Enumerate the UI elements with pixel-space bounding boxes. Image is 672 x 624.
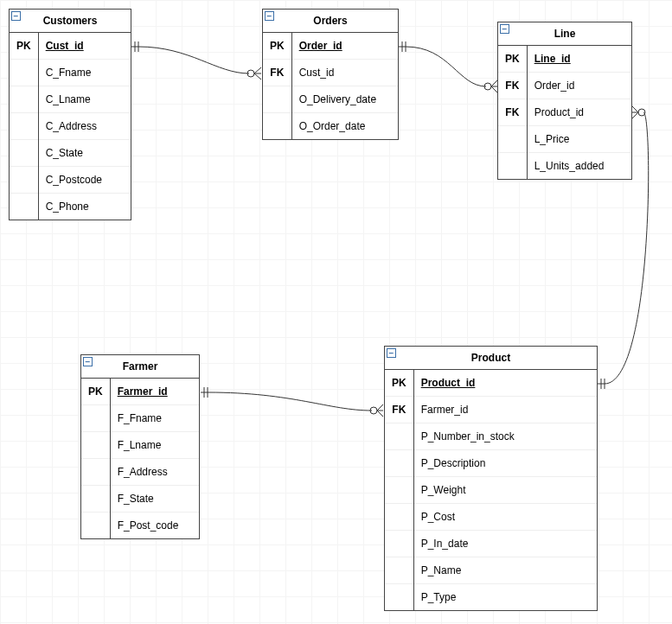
key-label [10, 86, 38, 113]
svg-line-14 [632, 112, 638, 118]
key-label [10, 167, 38, 194]
collapse-icon[interactable]: − [83, 357, 93, 366]
key-label [385, 531, 413, 557]
field: P_Description [414, 450, 597, 477]
entity-orders[interactable]: − Orders PK FK Order_id Cust_id O_Delive… [262, 9, 399, 140]
key-label [10, 113, 38, 140]
key-label [385, 423, 413, 450]
field: P_Number_in_stock [414, 423, 597, 450]
key-label [385, 557, 413, 584]
field: Product_id [528, 99, 631, 126]
svg-point-2 [247, 70, 254, 77]
key-label [385, 450, 413, 477]
key-label [10, 194, 38, 220]
field: O_Order_date [292, 113, 398, 139]
field-pk: Line_id [528, 46, 631, 73]
key-label: FK [498, 99, 527, 126]
field: F_Fname [111, 405, 199, 432]
field: F_State [111, 486, 199, 513]
svg-point-17 [370, 407, 377, 414]
key-label [385, 584, 413, 610]
key-label: PK [81, 379, 110, 405]
field: P_Weight [414, 477, 597, 504]
field: C_Phone [39, 194, 131, 220]
key-label [263, 86, 291, 113]
entity-title-text: Product [471, 352, 510, 364]
field: Order_id [528, 73, 631, 99]
field: F_Address [111, 459, 199, 486]
key-label: PK [263, 33, 291, 60]
entity-title-text: Line [554, 28, 576, 40]
field-pk: Product_id [414, 370, 597, 397]
collapse-icon[interactable]: − [265, 11, 274, 21]
field: C_Lname [39, 86, 131, 113]
entity-customers[interactable]: − Customers PK Cust_id C_Fname C_Lname C… [9, 9, 131, 220]
entity-title: − Farmer [81, 355, 199, 379]
key-label [81, 432, 110, 459]
entity-title-text: Orders [313, 15, 347, 27]
key-label [10, 140, 38, 167]
entity-title: − Orders [263, 10, 398, 33]
field: F_Post_code [111, 513, 199, 538]
field: F_Lname [111, 432, 199, 459]
svg-line-19 [377, 411, 383, 417]
entity-title: − Customers [10, 10, 131, 33]
svg-point-12 [638, 109, 645, 116]
key-label [263, 113, 291, 139]
field: P_Name [414, 557, 597, 584]
entity-product[interactable]: − Product PK FK Product_id Farmer_id P_N… [384, 346, 598, 611]
collapse-icon[interactable]: − [387, 348, 396, 358]
key-label: PK [385, 370, 413, 397]
svg-line-3 [254, 67, 261, 73]
key-label: PK [10, 33, 38, 60]
field-pk: Order_id [292, 33, 398, 60]
field: O_Delivery_date [292, 86, 398, 113]
key-label: FK [498, 73, 527, 99]
svg-point-7 [484, 83, 491, 90]
svg-line-9 [491, 86, 497, 92]
field: L_Price [528, 126, 631, 153]
key-label [81, 486, 110, 513]
field-pk: Cust_id [39, 33, 131, 60]
entity-farmer[interactable]: − Farmer PK Farmer_id F_Fname F_Lname F_… [80, 354, 200, 539]
entity-title: − Product [385, 347, 597, 370]
collapse-icon[interactable]: − [500, 24, 509, 34]
svg-line-18 [377, 404, 383, 411]
entity-title-text: Farmer [123, 360, 158, 372]
key-label [81, 459, 110, 486]
key-label [10, 60, 38, 86]
field: C_State [39, 140, 131, 167]
key-label [385, 504, 413, 531]
key-label: PK [498, 46, 527, 73]
field: C_Fname [39, 60, 131, 86]
entity-title: − Line [498, 22, 631, 46]
field-pk: Farmer_id [111, 379, 199, 405]
svg-line-8 [491, 80, 497, 86]
field: Cust_id [292, 60, 398, 86]
key-label [498, 153, 527, 179]
key-label: FK [385, 397, 413, 423]
key-label [385, 477, 413, 504]
field: Farmer_id [414, 397, 597, 423]
field: P_In_date [414, 531, 597, 557]
field: P_Cost [414, 504, 597, 531]
key-label: FK [263, 60, 291, 86]
key-label [498, 126, 527, 153]
entity-line[interactable]: − Line PK FK FK Line_id Order_id Product… [497, 22, 632, 180]
field: L_Units_added [528, 153, 631, 179]
collapse-icon[interactable]: − [11, 11, 21, 21]
field: C_Postcode [39, 167, 131, 194]
svg-line-4 [254, 73, 261, 80]
key-label [81, 405, 110, 432]
entity-title-text: Customers [43, 15, 98, 27]
key-label [81, 513, 110, 538]
svg-line-13 [632, 106, 638, 112]
field: P_Type [414, 584, 597, 610]
field: C_Address [39, 113, 131, 140]
